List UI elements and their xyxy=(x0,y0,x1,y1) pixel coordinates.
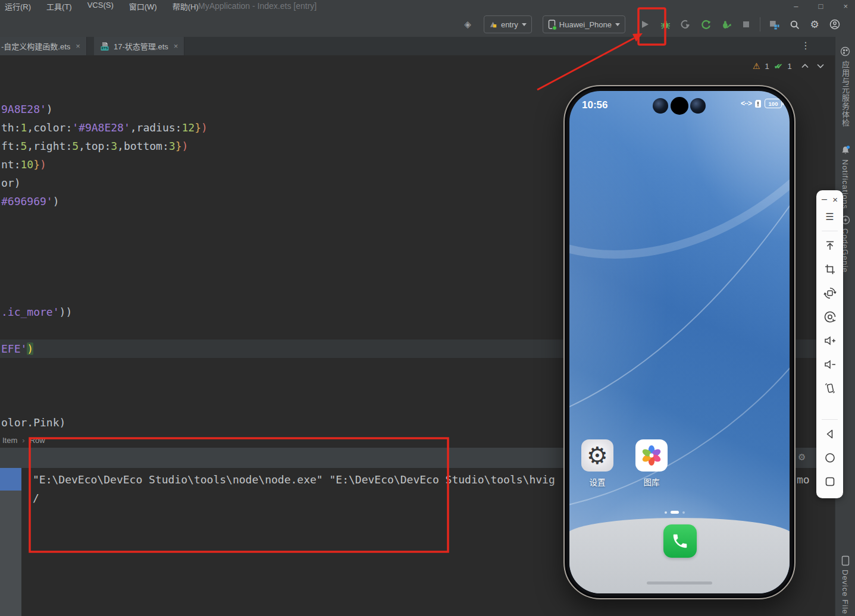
account-button[interactable] xyxy=(829,19,840,30)
settings-app-icon[interactable]: ⚙ xyxy=(581,439,613,472)
project-structure-button[interactable] xyxy=(769,19,779,30)
code-line: nt:10}) xyxy=(1,155,46,174)
recents-button[interactable] xyxy=(816,470,843,494)
module-icon xyxy=(489,20,497,29)
inspection-widget[interactable]: ⚠ 1 ✔✔ 1 xyxy=(753,61,824,71)
console-line-fragment: mo xyxy=(797,470,810,489)
device-online-dot xyxy=(552,26,557,30)
ok-count: 1 xyxy=(788,62,792,71)
window-title: MyApplication - Index.ets [entry] xyxy=(198,1,317,11)
menu-vcs[interactable]: VCS(S) xyxy=(87,1,114,12)
scroll-to-top-button[interactable] xyxy=(816,234,843,257)
code-line: olor.Pink) xyxy=(1,413,65,432)
close-icon[interactable]: × xyxy=(174,42,178,51)
main-toolbar: ◈ entry Huawei_Phone xyxy=(0,12,855,37)
camera-cutout xyxy=(671,97,688,115)
previewer-toolbar: – × ☰ xyxy=(816,190,843,498)
dev-mode-icon: <··> xyxy=(741,99,751,108)
breadcrumb-item[interactable]: Row xyxy=(30,436,45,445)
chevron-up-icon[interactable] xyxy=(801,64,809,68)
home-indicator[interactable] xyxy=(647,582,712,584)
code-line: 9A8E28') xyxy=(1,100,53,118)
device-previewer: 10:56 <··> 100 ⚙ 设置 xyxy=(563,85,796,599)
screenshot-crop-button[interactable] xyxy=(816,257,843,281)
shake-device-button[interactable] xyxy=(816,376,843,400)
status-bar-time: 10:56 xyxy=(582,99,607,111)
code-line: EFE') xyxy=(1,340,33,358)
run-panel-side-strip xyxy=(0,468,21,616)
device-file-browser-icon[interactable] xyxy=(835,555,855,566)
code-line: th:1,color:'#9A8E28',radius:12}) xyxy=(1,118,208,137)
previewer-close-button[interactable]: × xyxy=(832,194,838,205)
volume-up-button[interactable] xyxy=(816,329,843,353)
ets-file-icon: ETS xyxy=(100,42,109,51)
battery-icon: 100 xyxy=(765,99,782,108)
device-select[interactable]: Huawei_Phone xyxy=(543,15,625,33)
tab-custom-builder[interactable]: -自定义构建函数.ets × xyxy=(0,37,87,55)
home-page-indicator xyxy=(665,511,685,514)
window-minimize-button[interactable]: – xyxy=(794,2,798,11)
app-health-check-icon[interactable] xyxy=(835,46,855,56)
ide-window: 运行(R) 工具(T) VCS(S) 窗口(W) 帮助(H) MyApplica… xyxy=(0,0,855,616)
check-icon: ✔✔ xyxy=(774,62,779,71)
menu-tools[interactable]: 工具(T) xyxy=(46,1,72,12)
window-close-button[interactable]: × xyxy=(843,2,848,11)
phone-screen[interactable]: 10:56 <··> 100 ⚙ 设置 xyxy=(569,91,790,593)
menu-bar: 运行(R) 工具(T) VCS(S) 窗口(W) 帮助(H) xyxy=(0,1,199,12)
breadcrumb-item[interactable]: Item xyxy=(2,436,17,445)
console-settings-icon[interactable]: ⚙ xyxy=(798,452,806,463)
tab-options-icon[interactable]: ⋮ xyxy=(801,40,810,51)
chevron-down-icon[interactable] xyxy=(817,64,824,68)
rotate-screen-button[interactable] xyxy=(816,281,843,305)
code-line: .ic_more')) xyxy=(1,303,72,321)
back-button[interactable] xyxy=(816,422,843,446)
rerun-button[interactable] xyxy=(700,19,711,30)
menu-window[interactable]: 窗口(W) xyxy=(129,1,157,12)
menu-help[interactable]: 帮助(H) xyxy=(173,1,199,12)
console-line: "E:\DevEco\DevEco Studio\tools\node\node… xyxy=(33,470,555,489)
sim-card-icon xyxy=(754,99,762,108)
title-bar: 运行(R) 工具(T) VCS(S) 窗口(W) 帮助(H) MyApplica… xyxy=(0,0,855,12)
run-config-select[interactable]: entry xyxy=(484,15,532,33)
locate-icon[interactable]: ◈ xyxy=(462,19,473,30)
editor-tab-bar: -自定义构建函数.ets × ETS 17-状态管理.ets × ⋮ xyxy=(0,37,835,56)
run-tool-window-button[interactable] xyxy=(0,468,21,491)
menu-run[interactable]: 运行(R) xyxy=(5,1,31,12)
status-bar-icons: <··> 100 xyxy=(741,99,782,108)
attach-debugger-button[interactable] xyxy=(680,19,691,30)
chevron-down-icon xyxy=(615,23,620,26)
notifications-bell-icon[interactable] xyxy=(835,145,855,155)
run-button[interactable] xyxy=(640,19,650,30)
profile-button[interactable] xyxy=(721,19,731,30)
code-line: or) xyxy=(1,174,21,192)
settings-button[interactable]: ⚙ xyxy=(809,19,820,30)
close-icon[interactable]: × xyxy=(76,42,80,51)
svg-text:ETS: ETS xyxy=(102,46,108,50)
gallery-app-icon[interactable] xyxy=(635,439,668,472)
app-gallery[interactable]: 图库 xyxy=(635,439,668,488)
previewer-minimize-button[interactable]: – xyxy=(822,194,827,205)
code-line: ft:5,right:5,top:3,bottom:3}) xyxy=(1,137,188,155)
warning-count: 1 xyxy=(765,62,769,71)
toolbar-separator xyxy=(760,17,760,32)
app-settings[interactable]: ⚙ 设置 xyxy=(581,439,613,488)
volume-down-button[interactable] xyxy=(816,353,843,376)
front-camera-icon xyxy=(690,98,706,114)
console-line: / xyxy=(33,489,39,507)
phone-device-icon xyxy=(548,20,556,29)
chevron-down-icon xyxy=(522,23,527,26)
home-button[interactable] xyxy=(816,446,843,470)
code-line: #696969') xyxy=(1,192,59,210)
dock xyxy=(569,518,790,593)
sidebar-item-app-health[interactable]: 应用与元服务体检 xyxy=(835,61,855,127)
window-maximize-button[interactable]: □ xyxy=(819,2,823,11)
debug-button[interactable] xyxy=(660,19,671,30)
breadcrumb-separator-icon: › xyxy=(22,436,24,445)
search-button[interactable] xyxy=(789,19,800,30)
rotate-device-button[interactable] xyxy=(816,305,843,329)
tab-state-management[interactable]: ETS 17-状态管理.ets × xyxy=(94,37,184,55)
phone-app-icon[interactable] xyxy=(663,524,697,558)
previewer-menu-button[interactable]: ☰ xyxy=(816,205,843,228)
stop-button[interactable] xyxy=(741,19,751,30)
sidebar-item-device-file-browser[interactable]: Device File B xyxy=(835,570,855,616)
